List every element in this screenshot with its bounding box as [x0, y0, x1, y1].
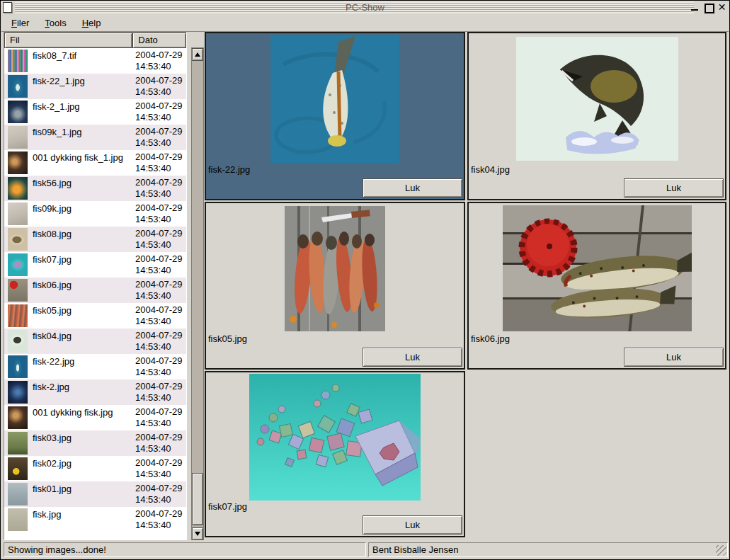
fisk-22-image — [206, 33, 464, 164]
window-controls: ✕ — [690, 1, 726, 14]
scroll-thumb[interactable] — [192, 473, 203, 525]
file-date: 2004-07-2914:53:40 — [135, 355, 185, 378]
menu-bar: FilerToolsHelp — [1, 14, 729, 32]
luk-button[interactable]: Luk — [624, 178, 724, 198]
image-card-fisk04[interactable]: fisk04.jpg Luk — [467, 32, 726, 200]
image-card-fisk06[interactable]: fisk06.jpg Luk — [467, 202, 726, 370]
column-header-fil[interactable]: Fil — [4, 33, 132, 48]
file-name: fisk-22.jpg — [33, 356, 74, 367]
image-card-fisk07[interactable]: fisk07.jpg Luk — [205, 371, 465, 537]
file-row[interactable]: fisk56.jpg 2004-07-2914:53:40 — [4, 176, 186, 201]
file-row[interactable]: 001 dykking fisk.jpg 2004-07-2914:53:40 — [4, 405, 186, 430]
arrow-down-icon — [195, 532, 200, 536]
file-name: fisk08_7.tif — [33, 50, 76, 61]
file-name: fisk-2_1.jpg — [33, 101, 79, 112]
file-date: 2004-07-2914:53:40 — [135, 75, 185, 98]
window-title: PC-Show — [1, 2, 729, 13]
file-row[interactable]: fisk02.jpg 2004-07-2914:53:40 — [4, 456, 186, 481]
file-thumbnail — [8, 75, 28, 98]
fisk05-image — [206, 203, 464, 333]
file-thumbnail — [8, 177, 28, 200]
file-date: 2004-07-2914:53:40 — [135, 253, 185, 276]
file-row[interactable]: fisk08.jpg 2004-07-2914:53:40 — [4, 227, 186, 252]
file-row[interactable]: fisk05.jpg 2004-07-2914:53:40 — [4, 303, 186, 328]
menu-item-help[interactable]: Help — [82, 18, 101, 28]
file-name: fisk56.jpg — [33, 178, 72, 188]
card-filename: fisk05.jpg — [206, 333, 464, 346]
file-thumbnail — [8, 253, 28, 276]
file-thumbnail — [8, 152, 28, 174]
column-header-dato[interactable]: Dato — [132, 33, 186, 48]
file-date: 2004-07-2914:53:40 — [135, 457, 185, 480]
file-row[interactable]: fisk01.jpg 2004-07-2914:53:40 — [4, 481, 186, 507]
file-row[interactable]: fisk08_7.tif 2004-07-2914:53:40 — [4, 48, 186, 74]
file-date: 2004-07-2914:53:40 — [135, 228, 185, 251]
file-row[interactable]: fisk06.jpg 2004-07-2914:53:40 — [4, 278, 186, 303]
title-bar[interactable]: PC-Show ✕ — [1, 1, 729, 14]
file-thumbnail — [8, 508, 28, 531]
file-name: fis09k_1.jpg — [33, 127, 81, 137]
file-name: fisk06.jpg — [33, 280, 72, 290]
minimize-button[interactable] — [690, 3, 700, 12]
file-name: 001 dykking fisk.jpg — [33, 407, 113, 418]
card-filename: fisk04.jpg — [469, 164, 725, 177]
file-name: fisk-22_1.jpg — [33, 76, 85, 86]
menu-item-tools[interactable]: Tools — [45, 18, 66, 28]
file-row[interactable]: fisk-2.jpg 2004-07-2914:53:40 — [4, 379, 186, 405]
status-message: Showing images...done! — [4, 542, 366, 557]
file-row[interactable]: 001 dykking fisk_1.jpg 2004-07-2914:53:4… — [4, 150, 186, 176]
file-thumbnail — [8, 457, 28, 480]
file-row[interactable]: fis09k.jpg 2004-07-2914:53:40 — [4, 201, 186, 227]
file-row[interactable]: fisk-22.jpg 2004-07-2914:53:40 — [4, 354, 186, 379]
close-button[interactable]: ✕ — [717, 3, 726, 12]
file-name: fisk07.jpg — [33, 254, 72, 265]
file-name: 001 dykking fisk_1.jpg — [33, 152, 123, 163]
file-thumbnail — [8, 202, 28, 225]
resize-grip-icon[interactable] — [716, 545, 726, 556]
file-name: fisk02.jpg — [33, 458, 72, 469]
card-filename: fisk06.jpg — [469, 333, 725, 346]
file-row[interactable]: fis09k_1.jpg 2004-07-2914:53:40 — [4, 125, 186, 150]
fisk04-image — [469, 33, 725, 164]
file-date: 2004-07-2914:53:40 — [135, 177, 185, 200]
file-date: 2004-07-2914:53:40 — [135, 406, 185, 429]
maximize-button[interactable] — [704, 3, 713, 12]
file-thumbnail — [8, 50, 28, 72]
image-card-fisk05[interactable]: fisk05.jpg Luk — [205, 202, 465, 370]
file-name: fisk01.jpg — [33, 484, 72, 494]
file-row[interactable]: fisk04.jpg 2004-07-2914:53:40 — [4, 328, 186, 354]
file-thumbnail — [8, 432, 28, 455]
scroll-up-button[interactable] — [192, 48, 203, 61]
file-row[interactable]: fisk.jpg 2004-07-2914:53:40 — [4, 507, 186, 532]
file-date: 2004-07-2914:53:40 — [135, 330, 185, 353]
menu-item-filer[interactable]: Filer — [11, 18, 29, 28]
file-row[interactable]: fisk-2_1.jpg 2004-07-2914:53:40 — [4, 99, 186, 125]
file-row[interactable]: fisk-22_1.jpg 2004-07-2914:53:40 — [4, 74, 186, 99]
luk-button[interactable]: Luk — [624, 348, 724, 367]
luk-button[interactable]: Luk — [363, 515, 462, 535]
pc-show-window: PC-Show ✕ FilerToolsHelp Fil Dato fisk08… — [0, 0, 730, 560]
file-date: 2004-07-2914:53:40 — [135, 50, 185, 72]
card-filename: fisk-22.jpg — [206, 164, 464, 177]
file-row[interactable]: fisk07.jpg 2004-07-2914:53:40 — [4, 252, 186, 278]
status-author: Bent Bisballe Jensen — [368, 542, 728, 557]
file-date: 2004-07-2914:53:40 — [135, 126, 185, 149]
file-thumbnail — [8, 228, 28, 251]
luk-button[interactable]: Luk — [363, 178, 462, 198]
status-bar: Showing images...done! Bent Bisballe Jen… — [1, 540, 729, 559]
file-list-body: fisk08_7.tif 2004-07-2914:53:40 fisk-22_… — [4, 48, 186, 539]
empty-grid-cell — [467, 371, 726, 537]
scroll-down-button[interactable] — [192, 527, 203, 540]
file-date: 2004-07-2914:53:40 — [135, 101, 185, 123]
vertical-scrollbar[interactable] — [191, 47, 204, 541]
fisk06-image — [469, 203, 725, 333]
file-name: fisk08.jpg — [33, 229, 72, 239]
list-header: Fil Dato — [4, 33, 186, 48]
luk-button[interactable]: Luk — [363, 348, 462, 367]
arrow-up-icon — [195, 52, 200, 57]
image-card-fisk-22[interactable]: fisk-22.jpg Luk — [205, 32, 465, 200]
file-thumbnail — [8, 101, 28, 123]
file-name: fisk04.jpg — [33, 331, 72, 341]
file-thumbnail — [8, 279, 28, 302]
file-row[interactable]: fisk03.jpg 2004-07-2914:53:40 — [4, 430, 186, 456]
